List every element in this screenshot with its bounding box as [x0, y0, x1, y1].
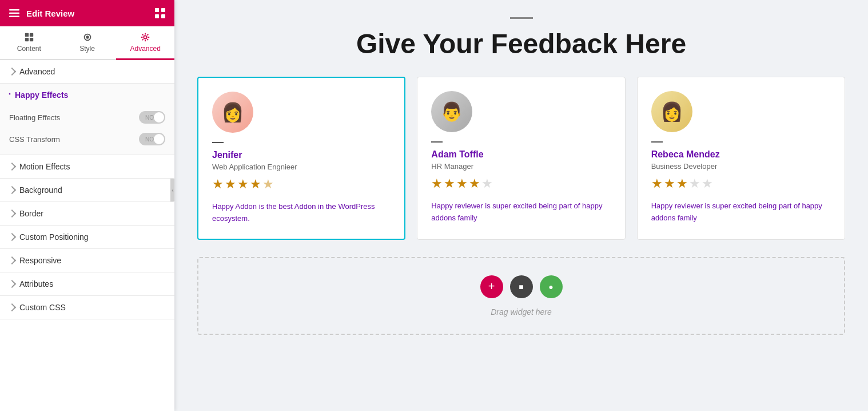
stars-3: ★ ★ ★ ★ ★ — [651, 176, 831, 191]
section-border-label: Border — [19, 209, 43, 218]
section-background-header[interactable]: Background — [0, 179, 174, 201]
main-content: Give Your Feedback Here 👩 Jenifer Web Ap… — [174, 0, 868, 411]
section-border-header[interactable]: Border — [0, 202, 174, 225]
section-motion-effects-header[interactable]: Motion Effects — [0, 155, 174, 178]
star-3-3: ★ — [676, 176, 688, 191]
drop-zone: + ■ ● Drag widget here — [197, 257, 845, 335]
css-transform-row: CSS Transform NO — [0, 128, 174, 150]
tab-advanced-label: Advanced — [130, 45, 160, 53]
section-custom-css: Custom CSS — [0, 296, 174, 319]
stop-button[interactable]: ■ — [510, 275, 533, 298]
section-custom-css-header[interactable]: Custom CSS — [0, 296, 174, 319]
happy-effects-arrow-icon — [9, 93, 11, 95]
svg-point-13 — [144, 35, 146, 38]
add-widget-button[interactable]: + — [480, 275, 503, 298]
star-1-1: ★ — [212, 177, 224, 192]
custom-css-arrow-icon — [8, 303, 16, 311]
section-attributes-header[interactable]: Attributes — [0, 272, 174, 295]
section-attributes-label: Attributes — [19, 279, 53, 289]
advanced-arrow-icon — [8, 68, 16, 76]
tab-content-label: Content — [17, 45, 41, 53]
section-happy-effects-label: Happy Effects — [15, 90, 68, 100]
title-top-divider — [510, 17, 533, 19]
section-responsive: Responsive — [0, 249, 174, 272]
avatar-3: 👩 — [651, 91, 692, 132]
css-transform-toggle[interactable]: NO — [139, 133, 165, 145]
grid-icon[interactable] — [155, 8, 165, 18]
section-happy-effects: Happy Effects Floating Effects NO CSS Tr… — [0, 84, 174, 155]
avatar-1: 👩 — [212, 92, 253, 133]
section-custom-positioning: Custom Positioning — [0, 226, 174, 249]
section-advanced-label: Advanced — [19, 67, 55, 76]
border-arrow-icon — [8, 210, 16, 218]
review-card-1: 👩 Jenifer Web Application Engnieer ★ ★ ★… — [197, 77, 405, 240]
svg-rect-5 — [155, 14, 159, 18]
card-divider-2 — [431, 141, 443, 143]
card-divider-3 — [651, 141, 663, 143]
floating-effects-toggle[interactable]: NO — [139, 111, 165, 124]
css-transform-label: CSS Transform — [9, 135, 60, 144]
section-happy-effects-header[interactable]: Happy Effects — [0, 84, 174, 106]
section-responsive-label: Responsive — [19, 256, 61, 265]
sidebar-tabs: Content Style Advanced — [0, 26, 174, 60]
floating-effects-label: Floating Effects — [9, 113, 60, 122]
reviewer-name-3: Rebeca Mendez — [651, 149, 831, 160]
svg-rect-10 — [30, 38, 33, 41]
star-3-2: ★ — [664, 176, 675, 191]
css-transform-knob — [154, 134, 164, 144]
tab-advanced[interactable]: Advanced — [116, 26, 174, 60]
custom-positioning-arrow-icon — [8, 233, 16, 241]
star-3-5: ★ — [702, 176, 713, 191]
star-1-2: ★ — [225, 177, 236, 192]
sidebar-content: Advanced Happy Effects Floating Effects … — [0, 60, 174, 411]
section-advanced-header[interactable]: Advanced — [0, 60, 174, 83]
section-motion-effects: Motion Effects — [0, 155, 174, 179]
section-custom-positioning-label: Custom Positioning — [19, 232, 89, 242]
svg-rect-2 — [9, 16, 19, 18]
hamburger-icon[interactable] — [9, 8, 19, 18]
star-2-3: ★ — [456, 176, 468, 191]
feedback-title: Give Your Feedback Here — [197, 28, 845, 60]
floating-effects-knob — [154, 112, 164, 122]
happy-effects-content: Floating Effects NO CSS Transform NO — [0, 106, 174, 155]
review-text-2: Happy reviewer is super excited being pa… — [431, 200, 611, 224]
reviewer-role-2: HR Manager — [431, 162, 611, 171]
svg-rect-4 — [161, 8, 165, 12]
header-left: Edit Review — [9, 8, 74, 18]
svg-rect-3 — [155, 8, 159, 12]
section-custom-positioning-header[interactable]: Custom Positioning — [0, 226, 174, 248]
svg-rect-8 — [30, 33, 33, 37]
svg-rect-1 — [9, 13, 19, 14]
floating-effects-row: Floating Effects NO — [0, 106, 174, 128]
avatar-2: 👨 — [431, 91, 472, 132]
svg-point-12 — [86, 35, 89, 38]
reviewer-role-1: Web Application Engnieer — [212, 163, 391, 171]
star-3-4: ★ — [689, 176, 700, 191]
reviewer-name-1: Jenifer — [212, 150, 391, 160]
star-1-4: ★ — [250, 177, 261, 192]
background-arrow-icon — [8, 186, 16, 194]
star-2-4: ★ — [469, 176, 480, 191]
tab-style-label: Style — [79, 45, 95, 53]
collapse-handle[interactable]: ‹ — [170, 179, 174, 201]
responsive-arrow-icon — [8, 256, 16, 264]
tab-content[interactable]: Content — [0, 26, 58, 60]
motion-effects-arrow-icon — [8, 163, 16, 171]
drop-zone-text: Drag widget here — [491, 307, 552, 317]
review-text-3: Happy reviewer is super excited being pa… — [651, 200, 831, 224]
section-background-label: Background — [19, 185, 62, 195]
stars-1: ★ ★ ★ ★ ★ — [212, 177, 391, 192]
floating-effects-value: NO — [145, 114, 154, 121]
section-background: Background ‹ — [0, 179, 174, 202]
tab-style[interactable]: Style — [58, 26, 117, 60]
sidebar-title: Edit Review — [26, 9, 74, 18]
review-text-1: Happy Addon is the best Addon in the Wor… — [212, 201, 391, 225]
review-card-2: 👨 Adam Toffle HR Manager ★ ★ ★ ★ ★ Happy… — [417, 77, 625, 240]
go-button[interactable]: ● — [540, 275, 563, 298]
section-border: Border — [0, 202, 174, 226]
attributes-arrow-icon — [8, 280, 16, 288]
star-2-1: ★ — [431, 176, 443, 191]
section-custom-css-label: Custom CSS — [19, 303, 66, 312]
sidebar-header: Edit Review — [0, 0, 174, 26]
section-responsive-header[interactable]: Responsive — [0, 249, 174, 272]
